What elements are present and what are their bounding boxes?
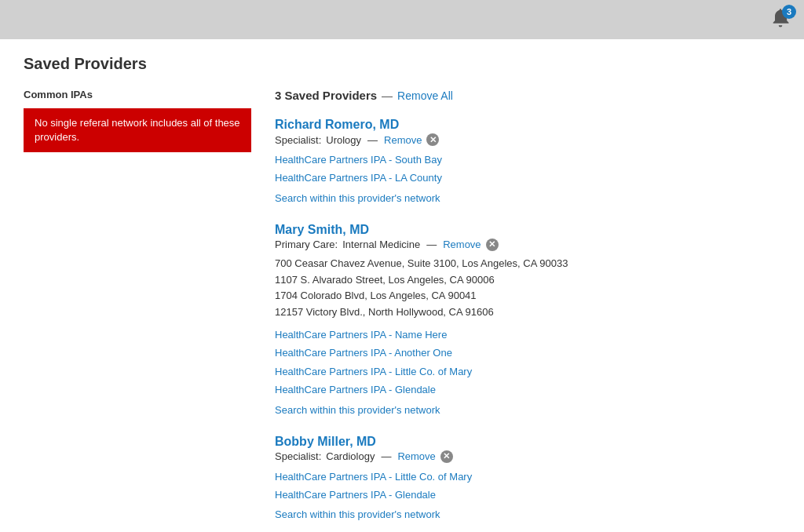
provider-section-bobby-miller: Bobby Miller, MD Specialist: Cardiology … xyxy=(275,435,780,521)
em-dash: — xyxy=(367,134,378,146)
address-line-2: 1107 S. Alvarado Street, Los Angeles, CA… xyxy=(275,272,780,289)
provider-name-mary-smith[interactable]: Mary Smith, MD xyxy=(275,223,369,236)
network-link-little-co-mary[interactable]: HealthCare Partners IPA - Little Co. of … xyxy=(275,363,780,381)
specialty-prefix-richard-romero: Specialist: xyxy=(275,134,321,146)
em-dash: — xyxy=(381,450,391,462)
sidebar: Common IPAs No single referal network in… xyxy=(24,89,251,532)
em-dash: — xyxy=(426,239,437,250)
main-content: Saved Providers Common IPAs No single re… xyxy=(0,39,804,532)
network-link-little-co-mary-bobby[interactable]: HealthCare Partners IPA - Little Co. of … xyxy=(275,468,780,486)
networks-bobby-miller: HealthCare Partners IPA - Little Co. of … xyxy=(275,468,780,505)
provider-specialty-row-richard-romero: Specialist: Urology — Remove ✕ xyxy=(275,133,780,146)
specialty-prefix-mary-smith: Primary Care: xyxy=(275,239,338,250)
network-link[interactable]: HealthCare Partners IPA - South Bay xyxy=(275,151,780,169)
remove-richard-romero-link[interactable]: Remove xyxy=(384,134,422,146)
search-network-richard-romero[interactable]: Search within this provider's network xyxy=(275,192,780,204)
networks-richard-romero: HealthCare Partners IPA - South Bay Heal… xyxy=(275,151,780,188)
saved-count-label: 3 Saved Providers xyxy=(275,89,377,102)
provider-name-richard-romero[interactable]: Richard Romero, MD xyxy=(275,118,399,131)
specialty-richard-romero: Urology xyxy=(326,134,361,146)
search-network-mary-smith[interactable]: Search within this provider's network xyxy=(275,404,780,416)
remove-bobby-miller-icon[interactable]: ✕ xyxy=(440,450,453,463)
sidebar-title: Common IPAs xyxy=(24,89,251,100)
network-link[interactable]: HealthCare Partners IPA - Another One xyxy=(275,344,780,362)
remove-mary-smith-link[interactable]: Remove xyxy=(443,239,481,250)
network-link[interactable]: HealthCare Partners IPA - Name Here xyxy=(275,326,780,344)
network-link[interactable]: HealthCare Partners IPA - LA County xyxy=(275,169,780,187)
provider-name-bobby-miller[interactable]: Bobby Miller, MD xyxy=(275,435,376,448)
right-panel: 3 Saved Providers — Remove All Richard R… xyxy=(275,89,780,532)
address-line-3: 1704 Colorado Blvd, Los Angeles, CA 9004… xyxy=(275,288,780,304)
provider-specialty-row-mary-smith: Primary Care: Internal Medicine — Remove… xyxy=(275,239,780,251)
dash: — xyxy=(382,89,393,102)
specialty-bobby-miller: Cardiology xyxy=(326,450,375,462)
specialty-prefix-bobby-miller: Specialist: xyxy=(275,450,321,462)
top-bar: 3 xyxy=(0,0,804,39)
error-box: No single referal network includes all o… xyxy=(24,108,251,152)
remove-mary-smith-icon[interactable]: ✕ xyxy=(486,239,499,251)
networks-mary-smith: HealthCare Partners IPA - Name Here Heal… xyxy=(275,326,780,399)
provider-section-richard-romero: Richard Romero, MD Specialist: Urology —… xyxy=(275,118,780,204)
provider-address-mary-smith: 700 Ceasar Chavez Avenue, Suite 3100, Lo… xyxy=(275,256,780,321)
notification-badge: 3 xyxy=(782,5,796,19)
layout: Common IPAs No single referal network in… xyxy=(24,89,780,532)
specialty-mary-smith: Internal Medicine xyxy=(342,239,420,250)
search-network-bobby-miller[interactable]: Search within this provider's network xyxy=(275,508,780,520)
notification-button[interactable]: 3 xyxy=(769,8,791,32)
remove-all-link[interactable]: Remove All xyxy=(397,89,453,102)
address-line-1: 700 Ceasar Chavez Avenue, Suite 3100, Lo… xyxy=(275,256,780,272)
network-link[interactable]: HealthCare Partners IPA - Glendale xyxy=(275,381,780,399)
provider-specialty-row-bobby-miller: Specialist: Cardiology — Remove ✕ xyxy=(275,450,780,463)
remove-richard-romero-icon[interactable]: ✕ xyxy=(426,133,439,146)
remove-bobby-miller-link[interactable]: Remove xyxy=(397,450,435,462)
address-line-4: 12157 Victory Blvd., North Hollywood, CA… xyxy=(275,304,780,321)
network-link-glendale-bobby[interactable]: HealthCare Partners IPA - Glendale xyxy=(275,486,780,504)
page-title: Saved Providers xyxy=(24,55,780,73)
provider-section-mary-smith: Mary Smith, MD Primary Care: Internal Me… xyxy=(275,223,780,416)
saved-count-bar: 3 Saved Providers — Remove All xyxy=(275,89,780,102)
